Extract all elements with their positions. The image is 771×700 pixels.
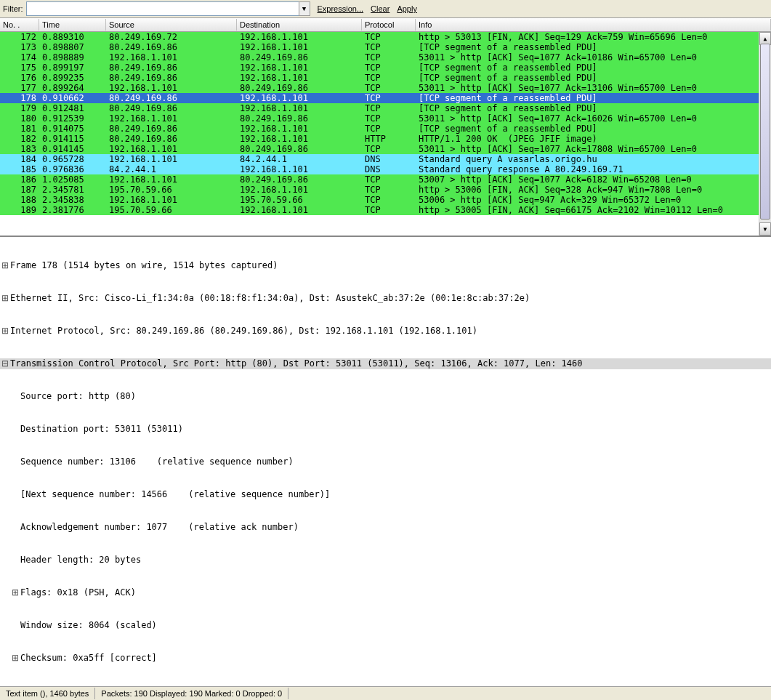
detail-ip[interactable]: Internet Protocol, Src: 80.249.169.86 (8… bbox=[10, 326, 477, 337]
packet-row[interactable]: 1892.381776195.70.59.66192.168.1.101TCPh… bbox=[0, 205, 771, 215]
packet-row[interactable]: 1790.91248180.249.169.86192.168.1.101TCP… bbox=[0, 103, 771, 113]
packet-list[interactable]: 1720.88931080.249.169.72192.168.1.101TCP… bbox=[0, 32, 771, 237]
scrollbar[interactable]: ▲ ▼ bbox=[759, 32, 771, 236]
col-info[interactable]: Info bbox=[416, 19, 771, 31]
col-source[interactable]: Source bbox=[106, 19, 237, 31]
packet-row[interactable]: 1780.91066280.249.169.86192.168.1.101TCP… bbox=[0, 93, 771, 103]
detail-tcp[interactable]: Transmission Control Protocol, Src Port:… bbox=[10, 358, 582, 369]
packet-row[interactable]: 1740.898889192.168.1.10180.249.169.86TCP… bbox=[0, 52, 771, 63]
expand-icon[interactable]: ⊞ bbox=[10, 587, 20, 598]
detail-dstport[interactable]: Destination port: 53011 (53011) bbox=[20, 424, 183, 435]
scroll-thumb[interactable] bbox=[760, 44, 770, 220]
expand-icon[interactable]: ⊞ bbox=[0, 293, 10, 304]
col-destination[interactable]: Destination bbox=[237, 19, 362, 31]
detail-flags[interactable]: Flags: 0x18 (PSH, ACK) bbox=[20, 587, 136, 598]
status-right: Packets: 190 Displayed: 190 Marked: 0 Dr… bbox=[95, 688, 288, 699]
packet-row[interactable]: 1861.025085192.168.1.10180.249.169.86TCP… bbox=[0, 174, 771, 185]
packet-row[interactable]: 1800.912539192.168.1.10180.249.169.86TCP… bbox=[0, 113, 771, 124]
filter-label: Filter: bbox=[3, 4, 23, 13]
expand-icon[interactable]: ⊞ bbox=[0, 260, 10, 271]
status-left: Text item (), 1460 bytes bbox=[0, 688, 95, 699]
packet-list-header: No. . Time Source Destination Protocol I… bbox=[0, 18, 771, 32]
packet-row[interactable]: 1882.345838192.168.1.101195.70.59.66TCP5… bbox=[0, 195, 771, 205]
apply-link[interactable]: Apply bbox=[397, 4, 417, 13]
packet-row[interactable]: 1770.899264192.168.1.10180.249.169.86TCP… bbox=[0, 83, 771, 93]
detail-seq[interactable]: Sequence number: 13106 (relative sequenc… bbox=[20, 456, 294, 467]
packet-row[interactable]: 1840.965728192.168.1.10184.2.44.1DNSStan… bbox=[0, 154, 771, 164]
packet-details[interactable]: ⊞Frame 178 (1514 bytes on wire, 1514 byt… bbox=[0, 237, 771, 700]
col-protocol[interactable]: Protocol bbox=[362, 19, 416, 31]
packet-row[interactable]: 1830.914145192.168.1.10180.249.169.86TCP… bbox=[0, 144, 771, 154]
packet-row[interactable]: 1720.88931080.249.169.72192.168.1.101TCP… bbox=[0, 32, 771, 42]
col-time[interactable]: Time bbox=[39, 19, 106, 31]
expand-icon[interactable]: ⊞ bbox=[0, 326, 10, 337]
detail-eth[interactable]: Ethernet II, Src: Cisco-Li_f1:34:0a (00:… bbox=[10, 293, 530, 304]
detail-hlen[interactable]: Header length: 20 bytes bbox=[20, 555, 141, 566]
expand-icon[interactable]: ⊞ bbox=[10, 653, 20, 664]
status-bar: Text item (), 1460 bytes Packets: 190 Di… bbox=[0, 686, 771, 700]
expression-link[interactable]: Expression... bbox=[318, 4, 364, 13]
scroll-down-icon[interactable]: ▼ bbox=[759, 222, 771, 236]
packet-row[interactable]: 1820.91411580.249.169.86192.168.1.101HTT… bbox=[0, 134, 771, 144]
detail-ack[interactable]: Acknowledgement number: 1077 (relative a… bbox=[20, 522, 299, 533]
detail-nextseq[interactable]: [Next sequence number: 14566 (relative s… bbox=[20, 489, 330, 500]
filter-input[interactable] bbox=[26, 1, 299, 16]
packet-row[interactable]: 1760.89923580.249.169.86192.168.1.101TCP… bbox=[0, 73, 771, 83]
filter-dropdown-icon[interactable]: ▼ bbox=[299, 1, 310, 16]
detail-win[interactable]: Window size: 8064 (scaled) bbox=[20, 620, 157, 631]
packet-row[interactable]: 1810.91407580.249.169.86192.168.1.101TCP… bbox=[0, 124, 771, 134]
packet-row[interactable]: 1850.97683684.2.44.1192.168.1.101DNSStan… bbox=[0, 164, 771, 174]
collapse-icon[interactable]: ⊟ bbox=[0, 358, 10, 369]
packet-row[interactable]: 1750.89919780.249.169.86192.168.1.101TCP… bbox=[0, 63, 771, 73]
filter-toolbar: Filter: ▼ Expression... Clear Apply bbox=[0, 0, 771, 18]
clear-link[interactable]: Clear bbox=[371, 4, 389, 13]
col-no[interactable]: No. . bbox=[0, 19, 39, 31]
detail-frame[interactable]: Frame 178 (1514 bytes on wire, 1514 byte… bbox=[10, 260, 278, 271]
detail-checksum[interactable]: Checksum: 0xa5ff [correct] bbox=[20, 653, 157, 664]
packet-row[interactable]: 1872.345781195.70.59.66192.168.1.101TCPh… bbox=[0, 185, 771, 195]
detail-srcport[interactable]: Source port: http (80) bbox=[20, 391, 136, 402]
packet-row[interactable]: 1730.89880780.249.169.86192.168.1.101TCP… bbox=[0, 42, 771, 52]
